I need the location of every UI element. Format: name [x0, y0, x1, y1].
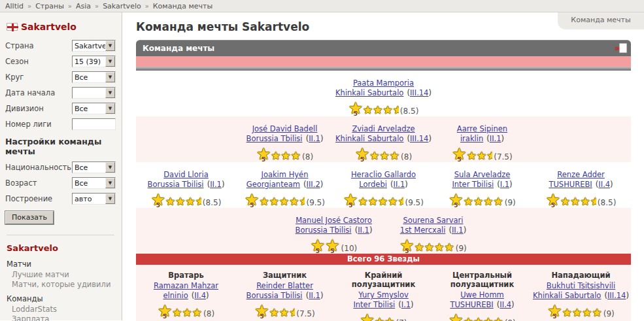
player-league-link[interactable]: II.4 — [194, 291, 206, 300]
player-name-line: Renze Adder — [532, 169, 630, 179]
star-rating: ★5★★★★(8.5) — [532, 191, 630, 208]
player-team-link[interactable]: Borussia Tbilisi — [148, 180, 204, 189]
player-team-link[interactable]: Borussia Tbilisi — [296, 226, 352, 235]
player-card: Ramazan Mahzarelninio (II.4)★5★★★(8) — [137, 280, 235, 319]
player-team-link[interactable]: elninio — [163, 291, 188, 300]
star-rating: ★5★★★(7.5) — [433, 145, 532, 162]
star-icon: ★ — [483, 195, 493, 208]
player-name-link[interactable]: Sourena Sarvari — [403, 216, 463, 225]
player-league-link[interactable]: III.14 — [607, 291, 626, 300]
breadcrumb-item-sakartvelo[interactable]: Sakartvelo — [103, 2, 141, 10]
paren: ) — [501, 134, 505, 143]
player-name-line: Yury Smyslov — [334, 290, 433, 299]
player-league-link[interactable]: I.1 — [500, 180, 509, 189]
player-team-link[interactable]: Borussia Tbilisi — [246, 291, 303, 300]
player-team-link[interactable]: Lordebi — [359, 180, 387, 189]
sidebar-section-teams: Команды — [7, 294, 116, 303]
player-league-link[interactable]: III.14 — [410, 88, 428, 97]
player-team-link[interactable]: Khinkali Saburtalo — [335, 88, 403, 97]
player-name-link[interactable]: Ramazan Mahzar — [154, 281, 218, 290]
sidebar-item-surprising-matches[interactable]: Матчи, которые удивили — [12, 280, 116, 290]
player-team-link[interactable]: Khinkali Saburtalo — [533, 291, 601, 300]
corner-tab-dream-team[interactable]: Команда мечты — [558, 12, 644, 29]
breadcrumb-item-alltid[interactable]: Alltid — [5, 2, 24, 10]
paren: ) — [320, 134, 324, 143]
player-team-link[interactable]: Borussia Tbilisi — [246, 134, 303, 143]
round-select[interactable]: Все ▼ — [72, 71, 116, 83]
player-league-link[interactable]: II.1 — [490, 134, 501, 143]
star-value: 5 — [546, 197, 560, 214]
star-icon-half: ★ — [299, 195, 305, 208]
player-team-link[interactable]: Khinkali Saburtalo — [335, 134, 403, 143]
season-select[interactable]: 15 (39) ▼ — [72, 56, 116, 67]
position-label: Вратарь — [137, 271, 235, 280]
export-page-icon[interactable]: » — [615, 43, 627, 54]
breadcrumb-item-countries[interactable]: Страны — [35, 2, 64, 10]
player-team-link[interactable]: Inter Tbilisi — [452, 180, 494, 189]
player-name-link[interactable]: Renze Adder — [557, 170, 605, 179]
age-select-value: Все — [73, 178, 105, 188]
player-league-link[interactable]: II.1 — [309, 291, 320, 300]
star-icon: ★ — [368, 195, 378, 208]
breadcrumb-item-asia[interactable]: Asia — [76, 2, 91, 10]
player-name-link[interactable]: David Lloria — [163, 170, 208, 179]
player-card: Uwe HommTUSHUREBI (II.4)★5★★★★(9) — [433, 290, 532, 321]
player-league-link[interactable]: II.1 — [358, 226, 369, 235]
formation-select[interactable]: авто ▼ — [72, 193, 116, 205]
breadcrumb-item-dream-team[interactable]: Команда мечты — [153, 2, 212, 10]
star-icon: ★ — [493, 316, 503, 321]
rating-value: (9) — [505, 197, 516, 208]
player-team-link[interactable]: TUSHUREBI — [450, 300, 493, 309]
start-date-select[interactable]: ▼ — [72, 87, 116, 99]
paren: ) — [206, 291, 209, 300]
sidebar-item-best-matches[interactable]: Лучшие матчи — [12, 270, 116, 280]
player-name-link[interactable]: Manuel José Castoro — [296, 216, 372, 225]
star-icon-half: ★ — [590, 195, 596, 208]
player-team-link[interactable]: Georgianteam — [246, 180, 300, 189]
player-league-link[interactable]: I.1 — [401, 300, 411, 309]
division-select[interactable]: Все ▼ — [72, 103, 116, 114]
best-position-cell: НападающийBukhuti TsitsishviliKhinkali S… — [532, 271, 630, 319]
age-select[interactable]: Все ▼ — [72, 177, 116, 189]
sidebar-item-loddarstats[interactable]: LoddarStats — [12, 305, 116, 314]
player-league-link[interactable]: II.1 — [452, 226, 464, 235]
player-league-link[interactable]: II.4 — [500, 300, 511, 309]
player-league-link[interactable]: III.14 — [410, 134, 428, 143]
player-card: Zviadi ArveladzeKhinkali Saburtalo (III.… — [334, 124, 433, 162]
star-value: 5 — [254, 309, 269, 321]
nationality-label: Национальность — [5, 163, 71, 172]
breadcrumb-separator: » — [145, 3, 149, 10]
player-name-link[interactable]: José David Badell — [252, 124, 318, 133]
player-team-link[interactable]: TUSHUREBI — [549, 180, 592, 189]
sidebar-item-salary[interactable]: Зарплата — [12, 314, 116, 321]
player-league-link[interactable]: II.1 — [309, 134, 320, 143]
player-league-link[interactable]: III.2 — [307, 180, 320, 189]
best-positions-row: ВратарьRamazan Mahzarelninio (II.4)★5★★★… — [136, 265, 631, 321]
player-team-link[interactable]: iraklin — [460, 134, 483, 143]
star-icon: ★ — [299, 195, 305, 208]
rating-value: (7) — [396, 318, 407, 321]
star-icon: ★ — [269, 195, 279, 208]
player-league-link[interactable]: II.1 — [210, 180, 222, 189]
player-name-link[interactable]: Uwe Homm — [460, 290, 504, 299]
player-name-link[interactable]: Aarre Sipinen — [457, 124, 507, 133]
player-team-link[interactable]: 1st Mercxali — [400, 226, 446, 235]
star-value: 5 — [311, 243, 325, 260]
league-number-input[interactable] — [72, 118, 116, 130]
show-button[interactable]: Показать — [5, 211, 54, 224]
star-rating: ★5★★★(8) — [137, 302, 235, 319]
position-label: Крайний полузащитник — [334, 271, 433, 289]
star-rating: ★5★★★(8) — [334, 145, 433, 162]
main-content: Команда мечты Команда мечты Sakartvelo К… — [122, 12, 644, 320]
age-label: Возраст — [5, 178, 37, 188]
player-team-link[interactable]: Inter Tbilisi — [353, 300, 395, 309]
nationality-select[interactable]: Все ▼ — [72, 161, 116, 173]
player-name-link[interactable]: Sula Arveladze — [454, 170, 511, 179]
player-name-link[interactable]: Bukhuti Tsitsishvili — [547, 281, 615, 290]
star-icon: ★ — [467, 150, 477, 162]
player-name-link[interactable]: Heraclio Gallardo — [351, 170, 416, 179]
player-name-link[interactable]: Yury Smyslov — [358, 290, 409, 299]
player-league-link[interactable]: II.1 — [393, 180, 405, 189]
country-select[interactable]: Sakartvelo ▼ — [72, 40, 116, 52]
player-league-link[interactable]: II.4 — [598, 180, 610, 189]
